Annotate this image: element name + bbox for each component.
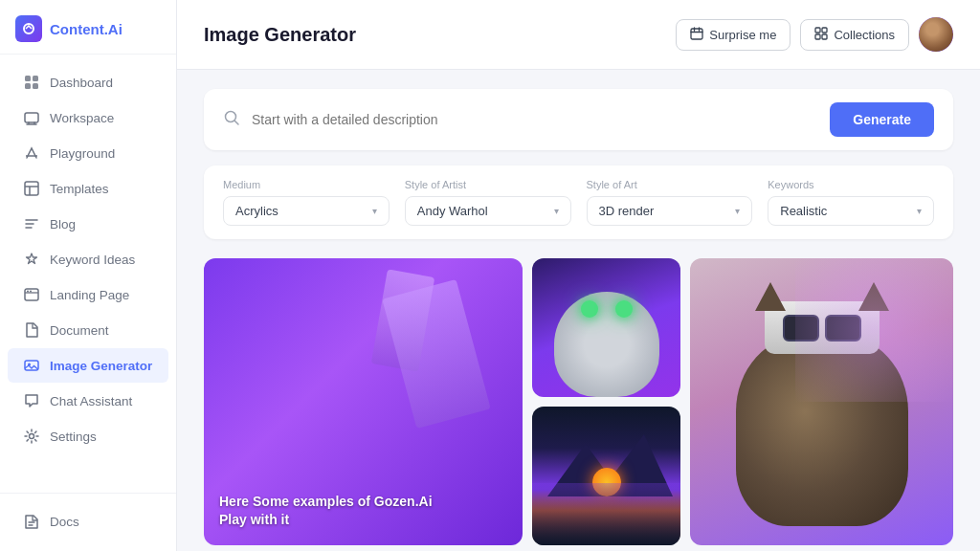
settings-icon	[23, 428, 40, 445]
filter-medium-select[interactable]: Acrylics ▾	[223, 196, 390, 226]
sidebar-item-settings[interactable]: Settings	[8, 419, 168, 453]
sidebar-item-label: Keyword Ideas	[50, 253, 135, 267]
page-title: Image Generator	[204, 24, 356, 46]
sidebar-nav: Dashboard Workspace Playground Templates…	[0, 55, 176, 493]
sidebar-item-docs[interactable]: Docs	[8, 504, 168, 539]
image-card-purple-crystal[interactable]: Here Some examples of Gozen.Ai Play with…	[204, 258, 523, 545]
filter-style-art: Style of Art 3D render ▾	[587, 179, 753, 226]
blog-icon	[23, 215, 40, 232]
filters-panel: Medium Acrylics ▾ Style of Artist Andy W…	[204, 165, 953, 239]
chat-assistant-icon	[23, 392, 40, 409]
crystal-decoration-2	[382, 279, 491, 429]
creature-eye-right	[615, 300, 633, 318]
sidebar-item-landing-page[interactable]: Landing Page	[8, 277, 168, 312]
search-icon	[223, 109, 240, 130]
sidebar-item-image-generator[interactable]: Image Generator	[8, 348, 168, 383]
collections-button[interactable]: Collections	[800, 19, 909, 51]
collections-icon	[814, 27, 828, 43]
search-input[interactable]	[252, 112, 818, 127]
image-overlay-text: Here Some examples of Gozen.Ai Play with…	[204, 477, 523, 545]
sidebar-item-label: Templates	[50, 182, 109, 196]
templates-icon	[23, 180, 40, 197]
sidebar-item-document[interactable]: Document	[8, 313, 168, 347]
chevron-down-icon: ▾	[735, 206, 740, 216]
sidebar-item-label: Workspace	[50, 111, 114, 125]
svg-rect-15	[822, 28, 827, 33]
filter-artist-label: Style of Artist	[405, 179, 571, 190]
svg-rect-4	[33, 83, 38, 89]
svg-rect-5	[25, 113, 38, 122]
svg-rect-16	[815, 34, 820, 39]
filter-artist-value: Andy Warhol	[417, 204, 488, 218]
chevron-down-icon: ▾	[372, 206, 377, 216]
filter-keywords-select[interactable]: Realistic ▾	[768, 196, 934, 226]
sidebar-item-label: Dashboard	[50, 76, 113, 90]
svg-point-18	[226, 112, 236, 122]
svg-point-8	[27, 291, 29, 293]
filter-keywords-value: Realistic	[780, 204, 827, 218]
sidebar-item-workspace[interactable]: Workspace	[8, 100, 168, 135]
sidebar-bottom: Docs	[0, 493, 176, 551]
header-actions: Surprise me Collections	[676, 17, 953, 52]
filter-medium-value: Acrylics	[235, 204, 278, 218]
sidebar-item-chat-assistant[interactable]: Chat Assistant	[8, 384, 168, 418]
svg-rect-6	[25, 182, 38, 195]
image-card-sunset[interactable]	[532, 407, 680, 545]
main-content: Generate Medium Acrylics ▾ Style of Arti…	[177, 70, 980, 551]
svg-rect-3	[25, 83, 31, 89]
sidebar-item-keyword-ideas[interactable]: Keyword Ideas	[8, 242, 168, 276]
svg-rect-17	[822, 34, 827, 39]
sidebar-item-blog[interactable]: Blog	[8, 207, 168, 241]
sidebar-item-dashboard[interactable]: Dashboard	[8, 65, 168, 99]
svg-rect-13	[691, 29, 702, 39]
sidebar-item-label: Docs	[50, 515, 79, 529]
sidebar-item-label: Chat Assistant	[50, 394, 132, 408]
document-icon	[23, 321, 40, 339]
keyword-ideas-icon	[23, 251, 40, 268]
filter-medium: Medium Acrylics ▾	[223, 179, 390, 226]
main: Image Generator Surprise me Collections	[177, 0, 980, 551]
sidebar-item-label: Settings	[50, 430, 97, 444]
main-header: Image Generator Surprise me Collections	[177, 0, 980, 70]
calendar-icon	[690, 27, 703, 43]
chevron-down-icon: ▾	[917, 206, 922, 216]
cat-ear-left	[755, 282, 786, 311]
logo[interactable]: Content.Ai	[0, 0, 176, 55]
filter-art-select[interactable]: 3D render ▾	[587, 196, 753, 226]
docs-icon	[23, 513, 40, 530]
filter-style-artist: Style of Artist Andy Warhol ▾	[405, 179, 571, 226]
svg-point-9	[30, 291, 32, 293]
creature-eye-left	[581, 300, 598, 318]
svg-rect-7	[25, 289, 38, 300]
filter-keywords-label: Keywords	[768, 179, 934, 190]
image-overlay-title: Here Some examples of Gozen.Ai Play with…	[219, 493, 507, 530]
sidebar-item-templates[interactable]: Templates	[8, 171, 168, 206]
image-card-cat-vr[interactable]	[690, 258, 953, 545]
avatar-image	[919, 17, 953, 52]
workspace-icon	[23, 109, 40, 126]
filter-artist-select[interactable]: Andy Warhol ▾	[405, 196, 571, 226]
chevron-down-icon: ▾	[554, 206, 559, 216]
svg-point-12	[30, 434, 34, 439]
sidebar: Content.Ai Dashboard Workspace Playgroun…	[0, 0, 177, 551]
sidebar-item-label: Image Generator	[50, 359, 152, 373]
avatar[interactable]	[919, 17, 953, 52]
svg-rect-1	[25, 76, 31, 81]
image-card-creature[interactable]	[532, 258, 680, 397]
collections-label: Collections	[834, 28, 895, 42]
svg-rect-14	[815, 28, 820, 33]
dashboard-icon	[23, 74, 40, 91]
logo-icon	[15, 15, 42, 42]
image-grid: Here Some examples of Gozen.Ai Play with…	[204, 258, 953, 551]
sidebar-item-playground[interactable]: Playground	[8, 136, 168, 170]
sidebar-item-label: Document	[50, 323, 109, 338]
playground-icon	[23, 144, 40, 162]
surprise-me-button[interactable]: Surprise me	[676, 19, 791, 51]
bg-glow	[795, 258, 953, 402]
search-bar: Generate	[204, 89, 953, 150]
sidebar-item-label: Landing Page	[50, 288, 129, 302]
filter-art-label: Style of Art	[587, 179, 753, 190]
generate-button[interactable]: Generate	[830, 102, 934, 137]
image-generator-icon	[23, 357, 40, 374]
filter-medium-label: Medium	[223, 179, 390, 190]
